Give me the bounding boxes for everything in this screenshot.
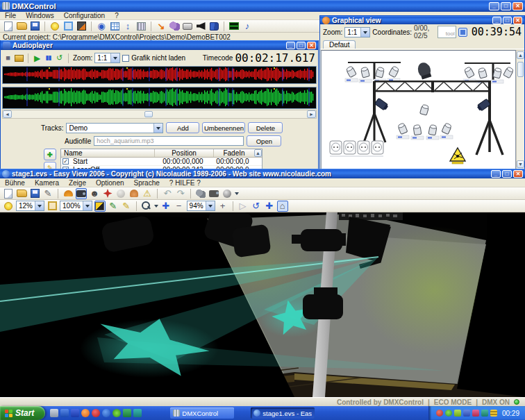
- preview-eye-icon[interactable]: ◉: [96, 21, 107, 32]
- canvas-vertical-scrollbar[interactable]: ▲ ▼: [516, 50, 525, 169]
- menu-file[interactable]: File: [0, 12, 21, 19]
- column-position[interactable]: Position: [155, 149, 214, 157]
- tray-icon[interactable]: [445, 410, 452, 417]
- menu-buehne[interactable]: Bühne: [0, 179, 30, 187]
- stage-plan-canvas[interactable]: [321, 50, 516, 169]
- loop-icon[interactable]: ↺: [55, 53, 64, 62]
- home-view-icon[interactable]: ⌂: [277, 201, 288, 212]
- open-file-button[interactable]: Open: [247, 135, 281, 146]
- tray-icon[interactable]: [436, 410, 443, 417]
- dimmer-outlet[interactable]: [344, 141, 356, 154]
- tool-mode-box[interactable]: tool: [438, 26, 456, 38]
- tray-icon[interactable]: [454, 410, 461, 417]
- media-player-icon[interactable]: [60, 409, 69, 417]
- new-file-icon[interactable]: [3, 188, 14, 199]
- scrollbar-thumb[interactable]: [517, 62, 524, 77]
- construction-mode-icon[interactable]: [62, 188, 74, 199]
- manual-book-icon[interactable]: [208, 21, 219, 32]
- dimmer-outlet[interactable]: [330, 141, 342, 154]
- opera-icon[interactable]: [92, 409, 100, 417]
- start-button[interactable]: Start: [0, 406, 45, 420]
- tab-default[interactable]: Defaut: [323, 40, 356, 49]
- column-fadein[interactable]: FadeIn time: [214, 149, 254, 157]
- pencil-icon[interactable]: ✎: [42, 188, 53, 199]
- scrollbar-thumb[interactable]: [144, 111, 153, 117]
- cue-checkbox[interactable]: ✓: [62, 158, 69, 165]
- ambient-box-icon[interactable]: [47, 201, 58, 212]
- person-view-icon[interactable]: ☻: [89, 188, 100, 199]
- zoom-out-icon[interactable]: −: [174, 201, 185, 212]
- play-animation-icon[interactable]: ▷: [238, 201, 249, 212]
- chevron-down-icon[interactable]: [360, 28, 369, 37]
- laser-warning-icon[interactable]: [450, 148, 465, 164]
- rotate-view-icon[interactable]: ↺: [251, 201, 262, 212]
- browser-icon[interactable]: [102, 409, 110, 417]
- taskbar-item-easyview[interactable]: stage1.evs - Easy Vie...: [251, 408, 315, 419]
- tray-icon[interactable]: [472, 410, 479, 417]
- truss[interactable]: [373, 81, 491, 121]
- audio-box-icon[interactable]: [76, 21, 87, 32]
- save-file-icon[interactable]: [29, 188, 40, 199]
- effect-arrow-icon[interactable]: ↘: [156, 21, 167, 32]
- grab-tool-icon[interactable]: [458, 28, 467, 37]
- waveform-right-channel[interactable]: [2, 87, 317, 109]
- level-mixer-icon[interactable]: [135, 21, 147, 32]
- track-combo[interactable]: Demo: [66, 123, 163, 133]
- minimize-button[interactable]: _: [286, 42, 295, 49]
- close-button[interactable]: ✕: [512, 2, 523, 10]
- close-button[interactable]: ✕: [513, 17, 522, 24]
- app-icon[interactable]: [123, 409, 131, 417]
- table-row[interactable]: ✓ Start 00:00:00,000 00:00:00,0: [61, 158, 262, 166]
- minimize-button[interactable]: _: [489, 2, 499, 10]
- pan-view-icon[interactable]: ✚: [264, 201, 275, 212]
- maximize-button[interactable]: □: [501, 2, 511, 10]
- tray-icon[interactable]: [481, 410, 488, 417]
- render-ball-icon[interactable]: [222, 188, 233, 199]
- menu-sprache[interactable]: Sprache: [129, 179, 165, 187]
- save-project-icon[interactable]: [29, 21, 40, 32]
- taskbar-item-dmxcontrol[interactable]: DMXControl: [170, 408, 234, 419]
- open-file-icon[interactable]: [16, 188, 27, 199]
- menu-hilfe[interactable]: ? HILFE ?: [165, 179, 206, 187]
- new-project-icon[interactable]: [3, 21, 14, 32]
- pause-icon[interactable]: ▮▮: [44, 53, 53, 62]
- ambient-light-combo[interactable]: 100%: [60, 201, 92, 211]
- warning-flag-icon[interactable]: ⚠: [142, 188, 153, 199]
- dimmer-outlet[interactable]: [358, 141, 369, 154]
- delete-track-button[interactable]: Delete: [248, 122, 283, 133]
- tray-icon[interactable]: [490, 410, 497, 417]
- word-icon[interactable]: [71, 409, 79, 417]
- brightness-icon[interactable]: [3, 201, 14, 212]
- menu-windows[interactable]: Windows: [21, 12, 59, 19]
- audioplayer-note-icon[interactable]: ♪: [242, 21, 253, 32]
- gears-icon[interactable]: [195, 188, 206, 199]
- chevron-down-icon[interactable]: [35, 201, 44, 210]
- open-project-icon[interactable]: [16, 21, 27, 32]
- graph-load-checkbox[interactable]: [122, 55, 129, 62]
- moving-head-fixture[interactable]: [416, 61, 433, 80]
- firefox-icon[interactable]: [81, 409, 90, 417]
- maximize-button[interactable]: □: [297, 42, 306, 49]
- updown-arrows-icon[interactable]: ↕: [122, 21, 133, 32]
- scroll-down-icon[interactable]: ▼: [517, 160, 524, 168]
- menu-optionen[interactable]: Optionen: [91, 179, 129, 187]
- redo-icon[interactable]: ↷: [175, 188, 186, 199]
- smoke-machine-icon[interactable]: [128, 188, 140, 199]
- app-icon[interactable]: [133, 409, 142, 417]
- audiofile-input[interactable]: [94, 136, 244, 146]
- dimmer-outlet[interactable]: [372, 141, 383, 154]
- chevron-down-icon[interactable]: [154, 205, 158, 210]
- table-scroll-up-icon[interactable]: ▲: [254, 149, 262, 157]
- add-cue-button[interactable]: ✚: [44, 149, 56, 160]
- chevron-down-icon[interactable]: [110, 53, 119, 62]
- fit-view-icon[interactable]: ✚: [160, 201, 172, 212]
- scroll-up-icon[interactable]: ▲: [517, 51, 524, 59]
- chevron-down-icon[interactable]: [206, 201, 215, 210]
- undo-icon[interactable]: ↶: [162, 188, 173, 199]
- snapshot-icon[interactable]: [208, 188, 219, 199]
- play-icon[interactable]: ▶: [33, 53, 42, 62]
- column-name[interactable]: Name: [61, 149, 155, 157]
- rename-track-button[interactable]: Umbenennen: [202, 122, 245, 133]
- menu-help[interactable]: ?: [110, 12, 124, 19]
- menu-configuration[interactable]: Configuration: [59, 12, 110, 19]
